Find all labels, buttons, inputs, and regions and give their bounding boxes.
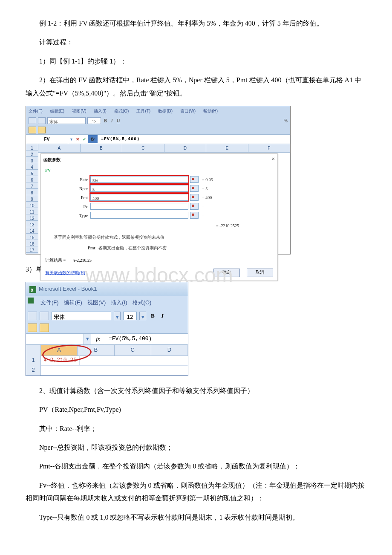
col-header[interactable]: A — [38, 144, 81, 152]
dropdown-icon[interactable]: ▾ — [114, 312, 121, 320]
name-box[interactable]: FV — [26, 135, 68, 144]
menu-insert[interactable]: 插入(I) — [94, 107, 106, 115]
col-header[interactable]: D — [164, 144, 207, 152]
menu-file[interactable]: 文件(F) — [40, 298, 59, 308]
paragraph-2: 计算过程： — [26, 36, 366, 49]
row-header[interactable]: 4 — [26, 163, 38, 170]
row-header-1[interactable]: 1 — [26, 355, 41, 366]
col-header[interactable]: B — [81, 144, 123, 152]
cancel-edit-icon[interactable]: ✕ — [74, 135, 81, 143]
formula-input[interactable]: =FV(5%,5,400) — [105, 334, 188, 344]
menu-view[interactable]: 视图(V) — [72, 107, 86, 115]
menu-window[interactable]: 窗口(W) — [180, 107, 196, 115]
col-header[interactable]: C — [122, 144, 164, 152]
menu-edit[interactable]: 编辑(E) — [64, 298, 82, 308]
col-header[interactable]: E — [206, 144, 248, 152]
font-select[interactable]: 宋体 — [47, 117, 86, 124]
row-header[interactable]: 5 — [26, 170, 38, 176]
paragraph-9: Nper--总投资期，即该项投资总的付款期数； — [26, 441, 366, 454]
row-header[interactable]: 13 — [26, 221, 38, 227]
save-icon[interactable] — [28, 312, 37, 320]
row-header[interactable]: 2 — [26, 150, 38, 157]
row-header[interactable]: 3 — [26, 157, 38, 163]
menu-help[interactable]: 帮助(H) — [203, 107, 218, 115]
field-label-pmt: Pmt — [41, 194, 90, 202]
row-header[interactable]: 7 — [26, 182, 38, 189]
collapse-dialog-icon[interactable] — [190, 185, 199, 192]
italic-button[interactable]: I — [159, 311, 166, 321]
app-icon — [28, 298, 34, 304]
row-header-2[interactable]: 2 — [26, 365, 41, 376]
namebox-dropdown-icon[interactable]: ▾ — [84, 334, 91, 344]
row-header[interactable]: 12 — [26, 214, 38, 221]
pmt-input[interactable]: 400 — [90, 194, 188, 201]
row-header[interactable]: 1 — [26, 144, 38, 150]
namebox-dropdown-icon[interactable]: ▾ — [68, 135, 74, 143]
formula-input[interactable]: =FV(5%,5,400) — [98, 135, 290, 144]
toolbar-icon-1[interactable] — [29, 127, 36, 133]
function-arguments-dialog: ✕ 函数参数 FV Rate 5% = 0.05 Nper 5 — [40, 153, 278, 281]
pmt-result: = 400 — [202, 194, 212, 202]
tool-icon[interactable] — [38, 117, 46, 124]
collapse-dialog-icon[interactable] — [190, 212, 199, 219]
row-header[interactable]: 10 — [26, 202, 38, 208]
type-input[interactable] — [90, 212, 188, 219]
cancel-button[interactable]: 取消 — [247, 269, 273, 277]
close-icon[interactable]: ✕ — [271, 155, 275, 163]
menu-format[interactable]: 格式(O) — [133, 298, 152, 308]
paragraph-3: 1）同【例 1-1】的步骤 1）； — [26, 55, 366, 68]
row-header[interactable]: 14 — [26, 227, 38, 234]
col-header-c[interactable]: C — [115, 345, 151, 356]
window-title: Microsoft Excel - Book1 — [39, 284, 97, 295]
toolbar-icon-1[interactable] — [28, 324, 37, 332]
row-header[interactable]: 8 — [26, 189, 38, 195]
row-header[interactable]: 16 — [26, 240, 38, 246]
menu-data[interactable]: 数据(D) — [158, 107, 173, 115]
col-header-d[interactable]: D — [151, 345, 188, 356]
dialog-function-name: FV — [41, 165, 277, 175]
underline-button[interactable]: U — [115, 117, 121, 125]
row-header[interactable]: 17 — [26, 246, 38, 253]
col-header[interactable]: F — [248, 144, 291, 152]
rate-input[interactable]: 5% — [90, 176, 188, 183]
row-header[interactable]: 9 — [26, 195, 38, 202]
formula-bar: FV ▾ ✕ ✓ fx =FV(5%,5,400) — [26, 134, 290, 144]
fontsize-select[interactable]: 12 — [87, 117, 101, 124]
toolbar-icon-2[interactable] — [40, 324, 49, 332]
collapse-dialog-icon[interactable] — [190, 194, 199, 201]
help-link[interactable]: 有关该函数的帮助(H) — [45, 269, 85, 277]
percent-button[interactable]: % — [284, 117, 288, 125]
pv-input[interactable] — [90, 203, 188, 210]
collapse-dialog-icon[interactable] — [190, 203, 199, 210]
row-header[interactable]: 15 — [26, 234, 38, 240]
ok-button[interactable]: 确定 — [213, 269, 240, 277]
fontsize-select[interactable]: 12 — [123, 312, 137, 320]
field-label-rate: Rate — [41, 176, 90, 184]
menu-view[interactable]: 视图(V) — [87, 298, 106, 308]
menu-insert[interactable]: 插入(I) — [111, 298, 127, 308]
fx-icon[interactable]: fx — [88, 135, 98, 143]
row-header[interactable]: 6 — [26, 176, 38, 182]
italic-button[interactable]: I — [110, 117, 114, 125]
tool-icon[interactable] — [40, 312, 49, 320]
dropdown-icon[interactable]: ▾ — [139, 312, 146, 320]
bold-button[interactable]: B — [149, 311, 157, 321]
menu-tools[interactable]: 工具(T) — [136, 107, 150, 115]
select-all-corner[interactable] — [26, 345, 41, 356]
nper-input[interactable]: 5 — [90, 185, 188, 192]
toolbar-icon-2[interactable] — [38, 127, 46, 133]
confirm-edit-icon[interactable]: ✓ — [81, 135, 88, 143]
menu-file[interactable]: 文件(F) — [29, 107, 43, 115]
save-icon[interactable] — [29, 117, 36, 124]
bold-button[interactable]: B — [103, 117, 108, 125]
font-select[interactable]: 宋体 — [52, 312, 111, 320]
collapse-dialog-icon[interactable] — [190, 176, 199, 183]
menu-edit[interactable]: 编辑(E) — [50, 107, 64, 115]
dialog-field-description: Pmt 各期支出金额，在整个投资期内不变 — [41, 243, 277, 254]
excel-logo-icon — [29, 286, 36, 293]
fx-icon[interactable]: fx — [91, 334, 105, 344]
menu-format[interactable]: 格式(O) — [114, 107, 129, 115]
name-box[interactable] — [26, 334, 84, 344]
menu-bar: 文件(F) 编辑(E) 视图(V) 插入(I) 格式(O) — [26, 296, 188, 309]
row-header[interactable]: 11 — [26, 208, 38, 214]
